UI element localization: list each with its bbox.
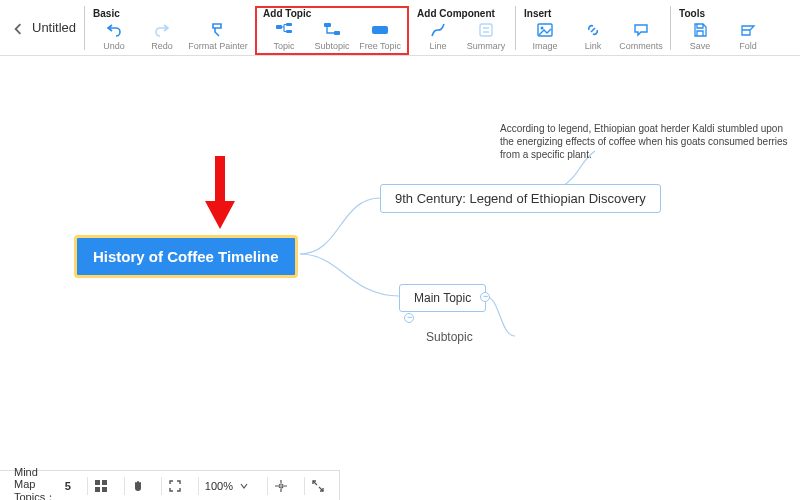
- format-painter-button[interactable]: Format Painter: [189, 21, 247, 51]
- group-basic-label: Basic: [93, 8, 247, 19]
- undo-icon: [105, 21, 123, 39]
- topic-button[interactable]: Topic: [263, 21, 305, 51]
- link-icon: [584, 21, 602, 39]
- collapse-toggle[interactable]: [480, 292, 490, 302]
- svg-rect-6: [480, 24, 492, 36]
- status-bar: Mind Map Topics： 5 100%: [0, 470, 340, 500]
- link-button[interactable]: Link: [572, 21, 614, 51]
- svg-rect-5: [372, 26, 388, 34]
- svg-rect-3: [324, 23, 331, 27]
- line-icon: [429, 21, 447, 39]
- chevron-left-icon[interactable]: [12, 21, 24, 33]
- fit-icon: [168, 479, 182, 493]
- group-insert: Insert Image Link Comments: [516, 6, 670, 55]
- hand-icon: [131, 479, 145, 493]
- undo-button[interactable]: Undo: [93, 21, 135, 51]
- save-icon: [691, 21, 709, 39]
- svg-rect-14: [102, 487, 107, 492]
- image-icon: [536, 21, 554, 39]
- document-title[interactable]: Untitled: [32, 20, 76, 35]
- group-tools-label: Tools: [679, 8, 769, 19]
- group-add-topic: Add Topic Topic Subtopic Free Topic: [255, 6, 409, 55]
- center-button[interactable]: [267, 477, 294, 495]
- svg-rect-2: [286, 30, 292, 33]
- topic-annotation: According to legend, Ethiopian goat herd…: [500, 122, 790, 161]
- image-button[interactable]: Image: [524, 21, 566, 51]
- topic-count: Mind Map Topics： 5: [8, 477, 77, 495]
- collapse-toggle[interactable]: [404, 313, 414, 323]
- svg-point-8: [541, 27, 544, 30]
- comments-icon: [632, 21, 650, 39]
- chevron-down-icon: [237, 479, 251, 493]
- svg-rect-13: [95, 487, 100, 492]
- subtopic-node[interactable]: Subtopic: [422, 328, 477, 346]
- summary-button[interactable]: Summary: [465, 21, 507, 51]
- save-button[interactable]: Save: [679, 21, 721, 51]
- central-topic-node[interactable]: History of Coffee Timeline: [75, 236, 297, 277]
- group-add-component-label: Add Component: [417, 8, 507, 19]
- zoom-level[interactable]: 100%: [198, 477, 257, 495]
- annotation-arrow-icon: [200, 151, 240, 235]
- group-add-component: Add Component Line Summary: [409, 6, 515, 55]
- svg-marker-10: [205, 201, 235, 229]
- free-topic-icon: [371, 21, 389, 39]
- group-basic: Basic Undo Redo Format Painter: [85, 6, 255, 55]
- mindmap-canvas[interactable]: According to legend, Ethiopian goat herd…: [0, 56, 800, 476]
- target-icon: [274, 479, 288, 493]
- svg-rect-0: [276, 25, 282, 29]
- redo-icon: [153, 21, 171, 39]
- fit-button[interactable]: [161, 477, 188, 495]
- fullscreen-button[interactable]: [304, 477, 331, 495]
- pan-button[interactable]: [124, 477, 151, 495]
- subtopic-icon: [323, 21, 341, 39]
- topic-icon: [275, 21, 293, 39]
- topic-node[interactable]: 9th Century: Legend of Ethiopian Discove…: [380, 184, 661, 213]
- topic-node[interactable]: Main Topic: [399, 284, 486, 312]
- free-topic-button[interactable]: Free Topic: [359, 21, 401, 51]
- grid-icon: [94, 479, 108, 493]
- expand-icon: [311, 479, 325, 493]
- format-painter-icon: [209, 21, 227, 39]
- svg-rect-11: [95, 480, 100, 485]
- group-add-topic-label: Add Topic: [263, 8, 401, 19]
- svg-rect-12: [102, 480, 107, 485]
- fold-button[interactable]: Fold: [727, 21, 769, 51]
- title-area: Untitled: [4, 0, 84, 55]
- subtopic-button[interactable]: Subtopic: [311, 21, 353, 51]
- line-button[interactable]: Line: [417, 21, 459, 51]
- comments-button[interactable]: Comments: [620, 21, 662, 51]
- group-insert-label: Insert: [524, 8, 662, 19]
- summary-icon: [477, 21, 495, 39]
- fold-icon: [739, 21, 757, 39]
- layout-grid-button[interactable]: [87, 477, 114, 495]
- toolbar: Untitled Basic Undo Redo Format Painter …: [0, 0, 800, 56]
- group-tools: Tools Save Fold: [671, 6, 777, 55]
- svg-point-16: [280, 485, 282, 487]
- svg-rect-4: [334, 31, 340, 35]
- svg-rect-1: [286, 23, 292, 26]
- redo-button[interactable]: Redo: [141, 21, 183, 51]
